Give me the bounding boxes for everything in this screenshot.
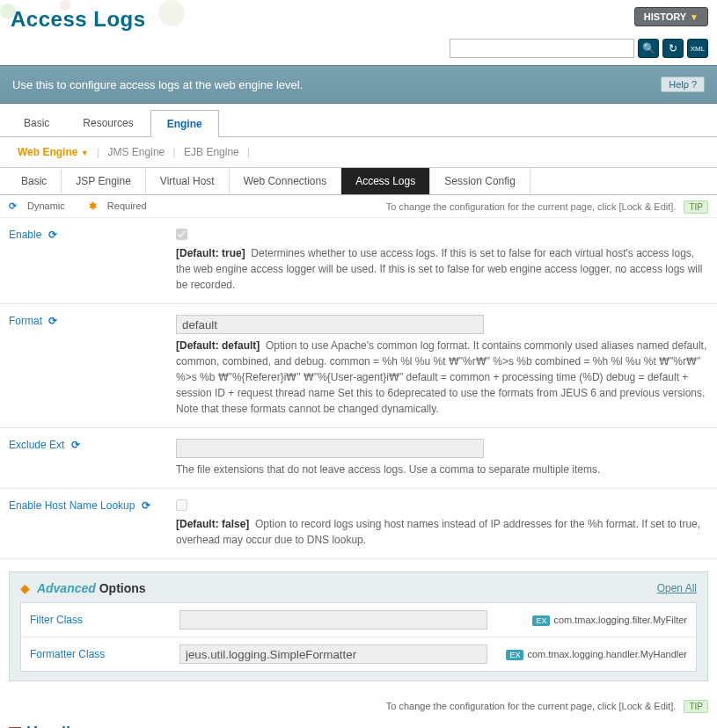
host-lookup-checkbox[interactable] <box>176 499 187 511</box>
shield-icon: ◆ <box>20 581 30 595</box>
subtab-session-config[interactable]: Session Config <box>430 168 530 194</box>
page-title: Access Logs <box>11 7 146 32</box>
advanced-options-panel: ◆ Advanced Options Open All Filter Class… <box>9 571 708 681</box>
subtab-basic[interactable]: Basic <box>7 168 62 194</box>
lock-edit-tip-bottom: To change the configuration for the curr… <box>0 694 717 718</box>
subtab-web-connections[interactable]: Web Connections <box>230 168 342 194</box>
format-input[interactable] <box>176 315 484 334</box>
subtab-virtual-host[interactable]: Virtual Host <box>146 168 230 194</box>
label-format: Format ⟳ <box>9 315 176 417</box>
row-exclude-ext: Exclude Ext ⟳ The file extensions that d… <box>0 428 717 489</box>
handlers-title: Handlers <box>26 724 94 728</box>
dynamic-icon: ⟳ <box>71 439 80 451</box>
formatter-class-input[interactable] <box>179 644 487 664</box>
ex-badge: EX <box>506 650 523 660</box>
label-host-name-lookup: Enable Host Name Lookup ⟳ <box>9 499 176 548</box>
enable-checkbox[interactable] <box>176 229 187 240</box>
required-icon: ✱ <box>89 200 97 211</box>
legend-row: ⟳Dynamic ✱Required To change the configu… <box>0 195 717 218</box>
engine-subnav: Web Engine ▼ | JMS Engine | EJB Engine | <box>0 137 717 168</box>
subnav-jms-engine[interactable]: JMS Engine <box>108 146 165 158</box>
sub-tabs: Basic JSP Engine Virtual Host Web Connec… <box>0 168 717 195</box>
row-host-name-lookup: Enable Host Name Lookup ⟳ [Default: fals… <box>0 489 717 559</box>
search-input[interactable] <box>450 39 634 58</box>
refresh-icon[interactable]: ↻ <box>662 39 684 58</box>
field-description: Determines whether to use access logs. I… <box>176 247 702 291</box>
default-value: [Default: true] <box>176 247 245 259</box>
row-filter-class: Filter Class EXcom.tmax.logging.filter.M… <box>21 603 696 637</box>
chevron-down-icon: ▼ <box>81 149 89 157</box>
tab-engine[interactable]: Engine <box>150 110 219 137</box>
search-icon[interactable]: 🔍 <box>638 39 659 58</box>
label-exclude-ext: Exclude Ext ⟳ <box>9 439 176 477</box>
example-filter: EXcom.tmax.logging.filter.MyFilter <box>532 615 687 625</box>
label-formatter-class: Formatter Class <box>30 648 179 660</box>
help-button[interactable]: Help ? <box>661 76 705 92</box>
row-formatter-class: Formatter Class EXcom.tmax.logging.handl… <box>21 637 696 671</box>
dynamic-icon: ⟳ <box>9 200 17 211</box>
subnav-web-engine[interactable]: Web Engine ▼ <box>18 146 89 158</box>
field-description: The file extensions that do not leave ac… <box>176 463 600 476</box>
banner-text: Use this to configure access logs at the… <box>12 78 303 91</box>
advanced-title: ◆ Advanced Options <box>20 581 146 595</box>
tab-basic[interactable]: Basic <box>7 109 66 136</box>
history-label: HISTORY <box>644 11 686 22</box>
history-button[interactable]: HISTORY ▼ <box>634 7 708 26</box>
export-xml-icon[interactable]: XML <box>687 39 708 58</box>
default-value: [Default: default] <box>176 339 260 352</box>
ex-badge: EX <box>532 615 550 626</box>
dynamic-icon: ⟳ <box>48 315 57 327</box>
chevron-down-icon: ▼ <box>690 12 699 22</box>
tip-badge: TIP <box>684 700 708 713</box>
label-filter-class: Filter Class <box>30 614 179 626</box>
tip-badge: TIP <box>684 200 708 214</box>
subtab-jsp-engine[interactable]: JSP Engine <box>62 168 146 194</box>
exclude-ext-input[interactable] <box>176 439 484 458</box>
subnav-ejb-engine[interactable]: EJB Engine <box>184 146 239 158</box>
field-description: Option to record logs using host names i… <box>176 518 700 546</box>
tab-resources[interactable]: Resources <box>66 109 150 136</box>
lock-edit-tip: To change the configuration for the curr… <box>386 201 708 212</box>
open-all-link[interactable]: Open All <box>657 582 697 594</box>
filter-class-input[interactable] <box>179 610 487 630</box>
subtab-access-logs[interactable]: Access Logs <box>341 168 430 194</box>
default-value: [Default: false] <box>176 518 249 530</box>
dynamic-icon: ⟳ <box>142 499 150 512</box>
row-format: Format ⟳ [Default: default] Option to us… <box>0 304 717 428</box>
label-enable: Enable ⟳ <box>9 229 176 293</box>
description-banner: Use this to configure access logs at the… <box>0 65 717 104</box>
example-formatter: EXcom.tmax.logging.handler.MyHandler <box>506 649 687 659</box>
dynamic-legend: ⟳Dynamic <box>9 200 76 211</box>
main-tabs: Basic Resources Engine <box>0 109 717 137</box>
dynamic-icon: ⟳ <box>48 229 57 241</box>
row-enable: Enable ⟳ [Default: true] Determines whet… <box>0 218 717 304</box>
required-legend: ✱Required <box>89 200 157 211</box>
